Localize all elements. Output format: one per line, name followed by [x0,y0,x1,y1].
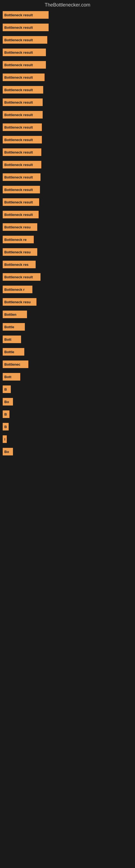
bottleneck-bar: Bottleneck result [3,86,43,94]
bar-row: Bottleneck result [3,36,132,44]
bar-label: Bottleneck result [4,188,33,192]
bar-label: B [4,412,7,416]
bar-label: Bottlen [4,312,16,316]
site-title: TheBottlenecker.com [0,0,135,11]
bar-row: Bottlenec [3,361,132,368]
bottleneck-bar: Bottleneck result [3,24,49,31]
bottleneck-bar: Bottleneck result [3,98,43,106]
bar-row: Bott [3,336,132,343]
bar-row: B [3,385,132,393]
bar-label: Bottleneck resu [4,300,31,304]
bottleneck-bar: Bottleneck resu [3,248,37,256]
bar-label: Bottleneck result [4,13,33,17]
bar-row: Bo [3,398,132,405]
bottleneck-bar: Bottle [3,323,25,331]
bar-label: Bo [4,450,9,454]
bar-row: Bottleneck result [3,86,132,94]
bar-label: Bottleneck resu [4,250,31,254]
bottleneck-bar: Bottlenec [3,361,28,368]
bar-row: Bottleneck resu [3,298,132,306]
bottleneck-bar: Bottleneck result [3,186,40,193]
bar-label: Bottleneck result [4,113,33,117]
bar-label: Bott [4,375,11,379]
bar-row: Bottleneck result [3,161,132,168]
bar-row: Bottleneck result [3,24,132,31]
bar-label: Bottleneck result [4,213,33,217]
bar-row: Bottleneck result [3,11,132,19]
bar-label: Bottleneck result [4,150,33,154]
bottleneck-bar: B [3,410,9,418]
bar-label: Bo [4,400,9,404]
bottleneck-bar: Bottleneck result [3,136,42,144]
bottleneck-bar: Bottlen [3,311,27,318]
bar-label: I [4,437,5,441]
bar-label: Bottleneck result [4,275,33,279]
bar-label: Bottle [4,325,14,329]
bottleneck-bar: Bottleneck result [3,198,39,206]
bar-label: Bottleneck result [4,100,33,104]
bar-row: Bottleneck resu [3,223,132,231]
bar-row: Bottleneck result [3,186,132,193]
bottleneck-bar: Bottle [3,348,24,355]
bottleneck-bar: Bottleneck result [3,111,43,119]
bar-label: Bottleneck result [4,63,33,67]
bar-row: Bottleneck resu [3,248,132,256]
bars-container: Bottleneck resultBottleneck resultBottle… [0,11,135,460]
bar-label: Bottleneck re [4,238,27,242]
bar-label: Bott [4,337,11,341]
bar-row: Bottleneck result [3,123,132,131]
bar-label: Bottleneck result [4,125,33,129]
bar-label: Bottlenec [4,362,20,367]
bottleneck-bar: Bottleneck re [3,236,34,243]
bar-label: Bottle [4,350,14,354]
bar-row: Bottleneck result [3,198,132,206]
bar-row: I [3,435,132,443]
bar-row: Bo [3,448,132,456]
bar-label: Bottleneck result [4,38,33,42]
bottleneck-bar: Bottleneck result [3,61,46,69]
bar-row: Bottleneck result [3,111,132,119]
bottleneck-bar: I [3,435,7,443]
bar-row: B [3,410,132,418]
bottleneck-bar: Bottleneck result [3,173,41,181]
bottleneck-bar: Bott [3,373,20,380]
bar-label: Bottleneck result [4,200,33,204]
bottleneck-bar: Bottleneck r [3,286,32,293]
bottleneck-bar: Bott [3,336,21,343]
bottleneck-bar: B [3,385,11,393]
bottleneck-bar: Bottleneck resu [3,223,37,231]
bar-row: Bottleneck result [3,49,132,56]
bottleneck-bar: Bottleneck result [3,123,42,131]
bar-row: Bottlen [3,311,132,318]
bar-label: Bottleneck result [4,75,33,80]
bottleneck-bar: Bottleneck result [3,148,41,156]
bottleneck-bar: Bottleneck result [3,273,41,281]
bar-row: Bottleneck result [3,61,132,69]
bottleneck-bar: Bottleneck result [3,36,47,44]
bar-row: Bottleneck result [3,211,132,218]
bar-label: Bottleneck result [4,88,33,92]
bar-row: Bottleneck result [3,136,132,144]
bar-row: Bottleneck result [3,173,132,181]
bar-label: Bottleneck result [4,51,33,55]
bar-label: Bottleneck r [4,287,25,291]
bar-row: Bott [3,373,132,380]
bottleneck-bar: Bottleneck res [3,261,36,268]
bottleneck-bar: B [3,423,9,431]
bottleneck-bar: Bottleneck result [3,161,41,168]
bar-label: B [4,388,7,392]
bottleneck-bar: Bottleneck result [3,49,46,56]
bar-row: Bottleneck result [3,98,132,106]
bar-row: Bottleneck result [3,73,132,81]
bar-row: Bottleneck re [3,236,132,243]
bar-label: Bottleneck result [4,26,33,30]
bottleneck-bar: Bottleneck result [3,211,39,218]
bar-row: Bottleneck r [3,286,132,293]
bottleneck-bar: Bottleneck resu [3,298,37,306]
bar-label: Bottleneck result [4,138,33,142]
bar-row: Bottle [3,323,132,331]
bar-label: B [4,425,7,429]
bar-row: Bottleneck res [3,261,132,268]
bar-label: Bottleneck result [4,163,33,167]
bar-label: Bottleneck resu [4,225,31,229]
